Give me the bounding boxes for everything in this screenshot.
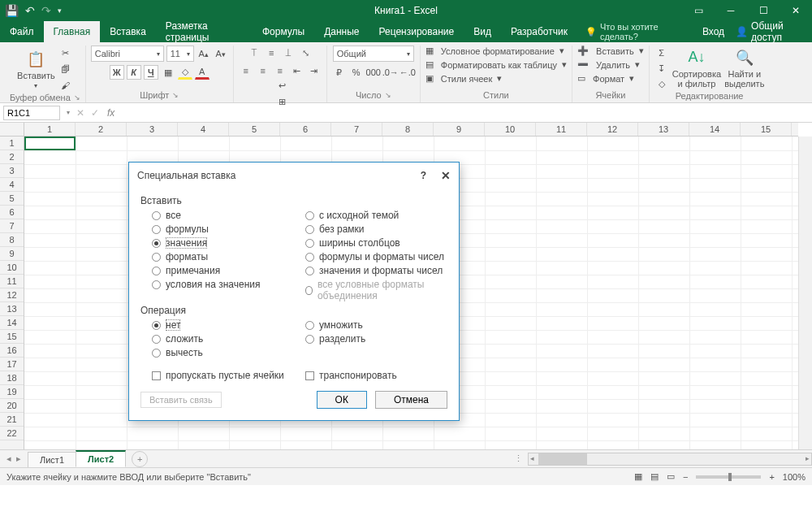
align-center-icon[interactable]: ≡ xyxy=(256,63,270,78)
row-header[interactable]: 15 xyxy=(0,330,24,344)
tab-page-layout[interactable]: Разметка страницы xyxy=(156,21,253,42)
insert-cells-button[interactable]: ➕ Вставить ▾ xyxy=(577,46,644,56)
row-header[interactable]: 12 xyxy=(0,288,24,302)
radio-op-left-1[interactable]: сложить xyxy=(152,333,294,345)
font-color-icon[interactable]: A xyxy=(195,65,209,80)
align-middle-icon[interactable]: ≡ xyxy=(264,46,279,60)
sheet-nav-prev-icon[interactable]: ◂ xyxy=(6,453,11,464)
radio-paste-left-0[interactable]: все xyxy=(152,210,294,221)
row-header[interactable]: 11 xyxy=(0,275,24,288)
row-headers[interactable]: 12345678910111213141516171819202122 xyxy=(0,137,24,449)
zoom-slider[interactable] xyxy=(696,475,761,479)
radio-paste-right-1[interactable]: без рамки xyxy=(305,223,447,235)
namebox-dropdown-icon[interactable]: ▾ xyxy=(63,109,73,116)
row-header[interactable]: 14 xyxy=(0,316,24,330)
align-bottom-icon[interactable]: ⟘ xyxy=(281,46,296,60)
view-page-break-icon[interactable]: ▭ xyxy=(667,471,675,482)
col-header[interactable]: 13 xyxy=(638,123,689,136)
align-left-icon[interactable]: ≡ xyxy=(239,63,253,78)
col-header[interactable]: 8 xyxy=(382,123,434,136)
col-header[interactable]: 10 xyxy=(485,123,536,136)
ribbon-options-icon[interactable]: ▭ xyxy=(682,0,715,21)
tab-developer[interactable]: Разработчик xyxy=(501,21,577,42)
sort-filter-button[interactable]: A↓ Сортировка и фильтр xyxy=(672,48,721,89)
decrease-indent-icon[interactable]: ⇤ xyxy=(290,63,304,78)
row-header[interactable]: 22 xyxy=(0,427,24,440)
radio-paste-right-2[interactable]: ширины столбцов xyxy=(305,237,447,249)
cancel-button[interactable]: Отмена xyxy=(375,391,447,409)
column-headers[interactable]: 123456789101112131415 xyxy=(24,123,798,137)
align-right-icon[interactable]: ≡ xyxy=(273,63,287,78)
row-header[interactable]: 18 xyxy=(0,371,24,385)
border-icon[interactable]: ▦ xyxy=(161,65,175,80)
number-format-combo[interactable]: Общий▾ xyxy=(333,46,414,62)
accounting-icon[interactable]: ₽ xyxy=(332,65,347,80)
comma-icon[interactable]: 000 xyxy=(366,65,381,80)
tab-home[interactable]: Главная xyxy=(44,21,101,42)
row-header[interactable]: 10 xyxy=(0,261,24,275)
row-header[interactable]: 6 xyxy=(0,206,24,219)
transpose-checkbox[interactable]: транспонировать xyxy=(294,370,447,381)
font-size-combo[interactable]: 11▾ xyxy=(166,46,194,62)
percent-icon[interactable]: % xyxy=(349,65,364,80)
dialog-help-icon[interactable]: ? xyxy=(421,170,426,181)
row-header[interactable]: 1 xyxy=(0,137,24,150)
dialog-launcher-icon[interactable]: ↘ xyxy=(74,93,80,102)
minimize-button[interactable]: ─ xyxy=(715,0,747,21)
col-header[interactable]: 3 xyxy=(127,123,178,136)
tab-formulas[interactable]: Формулы xyxy=(253,21,314,42)
view-normal-icon[interactable]: ▦ xyxy=(634,471,642,482)
save-icon[interactable]: 💾 xyxy=(5,4,19,17)
cut-icon[interactable]: ✂ xyxy=(58,46,73,60)
col-header[interactable]: 11 xyxy=(536,123,587,136)
row-header[interactable]: 20 xyxy=(0,399,24,413)
row-header[interactable]: 17 xyxy=(0,358,24,371)
fill-color-icon[interactable]: ◇ xyxy=(178,65,192,80)
sheet-tab-1[interactable]: Лист1 xyxy=(28,452,76,467)
row-header[interactable]: 3 xyxy=(0,164,24,178)
col-header[interactable]: 9 xyxy=(434,123,485,136)
radio-paste-right-0[interactable]: с исходной темой xyxy=(305,210,447,221)
radio-op-right-1[interactable]: разделить xyxy=(305,333,447,345)
qat-customize-icon[interactable]: ▾ xyxy=(58,7,62,15)
tab-data[interactable]: Данные xyxy=(314,21,369,42)
cell-styles-button[interactable]: ▣ Стили ячеек ▾ xyxy=(425,73,503,84)
row-header[interactable]: 19 xyxy=(0,385,24,399)
maximize-button[interactable]: ☐ xyxy=(747,0,780,21)
col-header[interactable]: 2 xyxy=(76,123,127,136)
col-header[interactable]: 6 xyxy=(280,123,331,136)
ok-button[interactable]: ОК xyxy=(317,391,367,409)
tab-insert[interactable]: Вставка xyxy=(100,21,156,42)
increase-font-icon[interactable]: A▴ xyxy=(197,46,211,61)
radio-paste-right-4[interactable]: значения и форматы чисел xyxy=(305,265,447,276)
zoom-in-icon[interactable]: + xyxy=(769,472,774,482)
dialog-close-icon[interactable]: ✕ xyxy=(441,169,451,182)
increase-decimal-icon[interactable]: .0→ xyxy=(383,65,398,80)
sheet-tab-2[interactable]: Лист2 xyxy=(76,450,126,467)
row-header[interactable]: 13 xyxy=(0,302,24,316)
row-header[interactable]: 9 xyxy=(0,247,24,261)
dialog-launcher-icon[interactable]: ↘ xyxy=(385,91,391,99)
row-header[interactable]: 8 xyxy=(0,233,24,247)
view-page-layout-icon[interactable]: ▤ xyxy=(650,471,659,482)
zoom-level[interactable]: 100% xyxy=(783,472,806,482)
align-top-icon[interactable]: ⟙ xyxy=(247,46,261,60)
delete-cells-button[interactable]: ➖ Удалить ▾ xyxy=(577,59,640,70)
undo-icon[interactable]: ↶ xyxy=(25,4,35,17)
radio-op-right-0[interactable]: умножить xyxy=(305,319,447,331)
decrease-decimal-icon[interactable]: ←.0 xyxy=(400,65,415,80)
close-button[interactable]: ✕ xyxy=(780,0,812,21)
orientation-icon[interactable]: ⤡ xyxy=(298,46,313,60)
font-name-combo[interactable]: Calibri▾ xyxy=(91,46,164,62)
skip-blanks-checkbox[interactable]: пропускать пустые ячейки xyxy=(140,370,294,381)
paste-link-button[interactable]: Вставить связь xyxy=(140,392,222,408)
col-header[interactable]: 14 xyxy=(689,123,741,136)
col-header[interactable]: 15 xyxy=(741,123,792,136)
fill-icon[interactable]: ↧ xyxy=(654,61,669,76)
row-header[interactable]: 5 xyxy=(0,192,24,206)
autosum-icon[interactable]: Σ xyxy=(654,46,669,60)
radio-paste-right-3[interactable]: формулы и форматы чисел xyxy=(305,251,447,262)
bold-button[interactable]: Ж xyxy=(110,65,124,80)
dialog-launcher-icon[interactable]: ↘ xyxy=(172,91,179,99)
underline-button[interactable]: Ч xyxy=(144,65,158,80)
